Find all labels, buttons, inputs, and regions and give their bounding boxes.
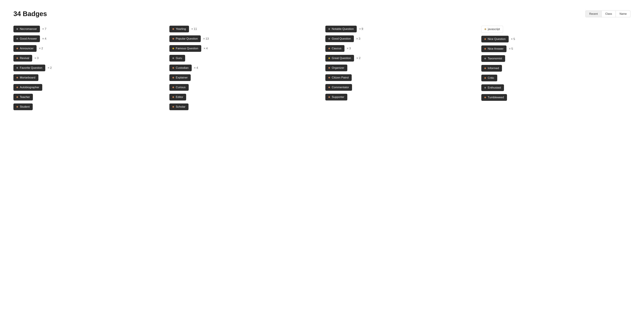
sort-buttons: RecentClassName	[586, 10, 630, 17]
badges-grid: Necromancer× 7Good Answer× 4Announcer× 2…	[14, 26, 630, 110]
badge-pill-scholar[interactable]: Scholar	[170, 104, 188, 110]
badge-name: Famous Question	[176, 47, 198, 50]
badge-row: Taxonomist	[481, 55, 630, 62]
badge-count: × 4	[42, 37, 46, 40]
badge-row: Custodian× 4	[170, 64, 319, 71]
badge-dot	[172, 38, 174, 40]
badge-pill-informed[interactable]: Informed	[481, 65, 502, 72]
badge-dot	[328, 38, 330, 40]
badge-row: Nice Question× 5	[481, 36, 630, 42]
badge-dot	[328, 77, 330, 78]
badge-name: Taxonomist	[488, 57, 502, 60]
badge-name: Good Answer	[20, 37, 37, 40]
badge-row: Commentator	[325, 84, 474, 91]
badge-pill-caucus[interactable]: Caucus	[325, 45, 344, 52]
badge-pill-curious[interactable]: Curious	[170, 84, 189, 91]
badge-count: × 11	[191, 27, 197, 31]
badge-row: Revival× 3	[14, 55, 163, 62]
badge-pill-autobiographer[interactable]: Autobiographer	[14, 84, 42, 91]
badge-pill-good-answer[interactable]: Good Answer	[14, 36, 40, 42]
badge-pill-enthusiast[interactable]: Enthusiast	[481, 84, 504, 91]
badge-pill-teacher[interactable]: Teacher	[14, 94, 33, 100]
badge-pill-supporter[interactable]: Supporter	[325, 94, 347, 100]
badge-count: × 3	[356, 37, 360, 40]
badge-dot	[484, 87, 486, 88]
badge-name: Teacher	[20, 96, 30, 99]
badge-count: × 13	[203, 37, 209, 40]
badge-dot	[172, 106, 174, 108]
badge-pill-editor[interactable]: Editor	[170, 94, 186, 100]
badge-pill-citizen-patrol[interactable]: Citizen Patrol	[325, 74, 352, 81]
badge-dot	[16, 48, 18, 49]
badge-row: Enthusiast	[481, 84, 630, 91]
badge-dot	[172, 96, 174, 98]
badge-pill-nice-answer[interactable]: Nice Answer	[481, 46, 506, 52]
badge-pill-custodian[interactable]: Custodian	[170, 64, 192, 71]
badge-row: Guru	[170, 55, 319, 62]
badge-pill-mortarboard[interactable]: Mortarboard	[14, 74, 38, 81]
badge-row: Critic	[481, 75, 630, 81]
badge-row: Notable Question× 9	[325, 26, 474, 32]
badge-dot	[16, 86, 18, 88]
badge-pill-organizer[interactable]: Organizer	[325, 64, 347, 71]
badge-name: Popular Question	[176, 37, 198, 40]
badge-name: Mortarboard	[20, 76, 36, 79]
badge-row: Mortarboard	[14, 74, 163, 81]
badge-row: Teacher	[14, 94, 163, 100]
badge-row: Caucus× 3	[325, 45, 474, 52]
badge-pill-student[interactable]: Student	[14, 104, 33, 110]
badge-pill-revival[interactable]: Revival	[14, 55, 32, 62]
badge-dot	[172, 57, 174, 59]
badge-column-col2: Yearling× 11Popular Question× 13Famous Q…	[170, 26, 319, 110]
badge-pill-notable-question[interactable]: Notable Question	[325, 26, 357, 32]
badge-pill-taxonomist[interactable]: Taxonomist	[481, 55, 505, 62]
badge-name: Tumbleweed	[488, 96, 504, 99]
badge-dot	[16, 28, 18, 30]
badge-pill-critic[interactable]: Critic	[481, 75, 497, 81]
badge-count: × 2	[356, 56, 360, 60]
badge-dot	[484, 58, 486, 59]
sort-btn-class[interactable]: Class	[602, 11, 616, 17]
badge-count: × 4	[194, 66, 198, 70]
sort-btn-name[interactable]: Name	[616, 11, 630, 17]
badge-dot	[328, 28, 330, 30]
badge-row: Necromancer× 7	[14, 26, 163, 32]
badge-pill-explainer[interactable]: Explainer	[170, 74, 191, 81]
sort-btn-recent[interactable]: Recent	[586, 11, 602, 17]
badge-row: javascript	[481, 26, 630, 33]
badge-column-col1: Necromancer× 7Good Answer× 4Announcer× 2…	[14, 26, 163, 110]
badge-row: Informed	[481, 65, 630, 72]
badge-name: Organizer	[332, 66, 344, 70]
badge-pill-yearling[interactable]: Yearling	[170, 26, 189, 32]
badge-row: Good Question× 3	[325, 36, 474, 42]
badge-pill-popular-question[interactable]: Popular Question	[170, 36, 201, 42]
badge-pill-famous-question[interactable]: Famous Question	[170, 45, 201, 52]
badge-row: Tumbleweed	[481, 94, 630, 101]
badge-row: Organizer	[325, 64, 474, 71]
badge-pill-great-question[interactable]: Great Question	[325, 55, 354, 62]
badge-pill-nice-question[interactable]: Nice Question	[481, 36, 509, 42]
badge-name: Caucus	[332, 47, 342, 50]
badge-name: Guru	[176, 56, 182, 60]
badge-row: Announcer× 2	[14, 45, 163, 52]
badge-dot	[484, 38, 486, 40]
badge-name: Custodian	[176, 66, 189, 70]
badge-pill-necromancer[interactable]: Necromancer	[14, 26, 40, 32]
badge-row: Student	[14, 104, 163, 110]
badge-count: × 4	[204, 47, 208, 50]
badge-pill-guru[interactable]: Guru	[170, 55, 185, 62]
badge-pill-tumbleweed[interactable]: Tumbleweed	[481, 94, 507, 101]
badge-pill-javascript[interactable]: javascript	[481, 26, 503, 33]
badge-dot	[328, 48, 330, 49]
badge-pill-announcer[interactable]: Announcer	[14, 45, 36, 52]
badge-column-col3: Notable Question× 9Good Question× 3Caucu…	[325, 26, 474, 110]
badge-pill-good-question[interactable]: Good Question	[325, 36, 354, 42]
badge-count: × 5	[509, 47, 513, 50]
badge-count: × 5	[511, 38, 515, 41]
badge-pill-commentator[interactable]: Commentator	[325, 84, 352, 91]
badge-pill-favorite-question[interactable]: Favorite Question	[14, 64, 45, 71]
page-header: 34 Badges RecentClassName	[14, 10, 630, 18]
badge-dot	[16, 106, 18, 108]
badge-dot	[16, 57, 18, 59]
badge-row: Explainer	[170, 74, 319, 81]
